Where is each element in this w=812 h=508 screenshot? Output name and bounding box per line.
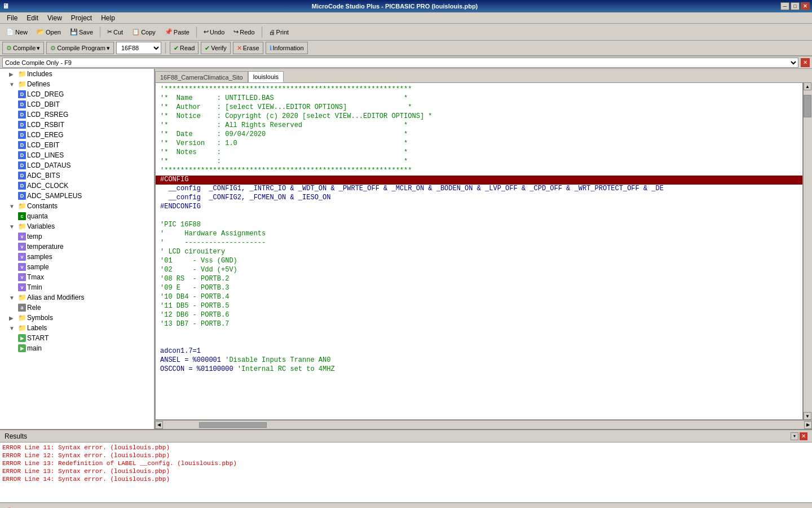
tree-label-tmin: Tmin: [27, 283, 42, 291]
scroll-down-button[interactable]: ▼: [804, 412, 811, 420]
menu-project[interactable]: Project: [67, 13, 96, 23]
results-close-button[interactable]: ✕: [800, 432, 807, 440]
tree-label-samples: samples: [27, 253, 52, 261]
badge-d-adc-clock: D: [18, 182, 26, 190]
compile-dropdown-arrow: ▾: [37, 45, 40, 52]
tree-item-adc-bits[interactable]: D ADC_BITS: [0, 170, 154, 181]
save-button[interactable]: 💾 Save: [66, 25, 97, 39]
print-icon: 🖨: [269, 29, 275, 36]
paste-button[interactable]: 📌 Paste: [161, 25, 193, 39]
read-icon: ✔: [174, 45, 179, 52]
tree-item-quanta[interactable]: c quanta: [0, 211, 154, 221]
code-line-2: '* Name : UNTITLED.BAS *: [156, 94, 802, 103]
panel-close-button[interactable]: ✕: [801, 58, 810, 67]
close-button[interactable]: ✕: [801, 2, 810, 10]
information-button[interactable]: ℹ Information: [266, 42, 308, 54]
compile-mode-select[interactable]: Code Compile Only - F9 Code Only Program…: [2, 58, 798, 68]
tree-item-adc-sampleus[interactable]: D ADC_SAMPLEUS: [0, 191, 154, 201]
tree-item-constants[interactable]: ▼ 📁 Constants: [0, 201, 154, 211]
menu-edit[interactable]: Edit: [22, 13, 43, 23]
tree-item-defines[interactable]: ▼ 📁 Defines: [0, 79, 154, 89]
tree-item-temp[interactable]: v temp: [0, 231, 154, 242]
tree-item-labels[interactable]: ▼ 📁 Labels: [0, 323, 154, 333]
editor-scrollbar[interactable]: ▲ ▼: [803, 82, 812, 420]
tree-label-tmax: Tmax: [27, 273, 44, 281]
tree-item-temperature[interactable]: v temperature: [0, 242, 154, 252]
tree-label-alias: Alias and Modifiers: [27, 294, 84, 301]
folder-icon-symbols: 📁: [18, 314, 27, 322]
code-line-10: '***************************************…: [156, 167, 802, 176]
code-line-5: '* : All Rights Reserved *: [156, 121, 802, 130]
folder-icon-constants: 📁: [18, 202, 27, 210]
tree-item-lcd-dreg[interactable]: D LCD_DREG: [0, 89, 154, 99]
redo-button[interactable]: ↪ Redo: [230, 25, 258, 39]
compile-button[interactable]: ⚙ Compile ▾: [2, 42, 44, 54]
badge-v-temp: v: [18, 233, 26, 240]
tree-item-start[interactable]: ▶ START: [0, 333, 154, 343]
code-editor[interactable]: '***************************************…: [155, 82, 803, 420]
results-dropdown[interactable]: ▾: [791, 432, 798, 440]
tree-item-lcd-dataus[interactable]: D LCD_DATAUS: [0, 160, 154, 170]
tree-item-rele[interactable]: a Rele: [0, 303, 154, 313]
code-line-12: __config _CONFIG1, _INTRC_IO & _WDT_ON &…: [156, 185, 802, 194]
copy-button[interactable]: 📋 Copy: [128, 25, 160, 39]
editor-area: 16F88_CameraClimatica_Sito louislouis '*…: [155, 69, 812, 429]
new-button[interactable]: 📄 New: [2, 25, 32, 39]
tree-item-lcd-ebit[interactable]: D LCD_EBIT: [0, 140, 154, 150]
badge-v-samples: v: [18, 253, 26, 261]
verify-button[interactable]: ✔ Verify: [201, 42, 231, 54]
code-line-17: ' Hardware Assignments: [156, 230, 802, 239]
badge-v-tmax: v: [18, 273, 26, 281]
error-line-2: ERROR Line 12: Syntax error. (louislouis…: [2, 452, 810, 459]
tab-16f88[interactable]: 16F88_CameraClimatica_Sito: [155, 71, 248, 82]
tree-item-lcd-rsreg[interactable]: D LCD_RSREG: [0, 110, 154, 120]
tree-item-sample[interactable]: v sample: [0, 262, 154, 272]
tree-item-tmin[interactable]: v Tmin: [0, 282, 154, 292]
tree-item-lcd-ereg[interactable]: D LCD_EREG: [0, 130, 154, 140]
chip-selector[interactable]: 16F88 16F876A 18F452: [116, 42, 161, 54]
tree-item-lcd-rsbit[interactable]: D LCD_RSBIT: [0, 120, 154, 130]
badge-d-adc-sampleus: D: [18, 192, 26, 200]
badge-d-lcd-lines: D: [18, 151, 26, 159]
code-line-25: '11 DB5 - PORTB.5: [156, 302, 802, 311]
menu-file[interactable]: File: [2, 13, 22, 23]
tree-item-samples[interactable]: v samples: [0, 252, 154, 262]
undo-button[interactable]: ↩ Undo: [200, 25, 228, 39]
print-button[interactable]: 🖨 Print: [265, 25, 293, 39]
erase-button[interactable]: ✕ Erase: [233, 42, 263, 54]
tree-item-alias[interactable]: ▼ 📁 Alias and Modifiers: [0, 292, 154, 303]
scroll-up-button[interactable]: ▲: [804, 82, 811, 90]
tree-label-lcd-dreg: LCD_DREG: [27, 90, 64, 98]
copy-icon: 📋: [132, 28, 140, 36]
open-button[interactable]: 📂 Open: [33, 25, 65, 39]
tree-item-lcd-lines[interactable]: D LCD_LINES: [0, 150, 154, 160]
tree-item-main[interactable]: ▶ main: [0, 343, 154, 353]
code-line-20: '01 - Vss (GND): [156, 257, 802, 266]
maximize-button[interactable]: □: [791, 2, 800, 10]
read-button[interactable]: ✔ Read: [170, 42, 198, 54]
separator4: [165, 42, 166, 54]
tree-item-lcd-dbit[interactable]: D LCD_DBIT: [0, 99, 154, 110]
tree-item-symbols[interactable]: ▶ 📁 Symbols: [0, 313, 154, 323]
menu-help[interactable]: Help: [96, 13, 120, 23]
results-title: Results: [5, 432, 27, 440]
tree-item-includes[interactable]: ▶ 📁 Includes: [0, 69, 154, 79]
hscroll-thumb[interactable]: [199, 422, 267, 428]
code-line-1: '***************************************…: [156, 85, 802, 94]
menu-view[interactable]: View: [43, 13, 67, 23]
tab-louislouis[interactable]: louislouis: [248, 71, 284, 82]
cut-button[interactable]: ✂ Cut: [103, 25, 127, 39]
new-icon: 📄: [6, 28, 14, 36]
expand-icon-symbols: ▶: [9, 315, 18, 321]
scroll-thumb[interactable]: [804, 95, 811, 117]
tree-item-tmax[interactable]: v Tmax: [0, 272, 154, 282]
title-bar-text: MicroCode Studio Plus - PICBASIC PRO (lo…: [312, 3, 478, 10]
tree-item-adc-clock[interactable]: D ADC_CLOCK: [0, 181, 154, 191]
tree-item-variables[interactable]: ▼ 📁 Variables: [0, 221, 154, 231]
minimize-button[interactable]: ─: [780, 2, 789, 10]
scroll-right-button[interactable]: ▶: [804, 421, 812, 429]
compile-program-button[interactable]: ⚙ Compile Program ▾: [46, 42, 114, 54]
separator2: [196, 27, 197, 38]
badge-d-lcd-ereg: D: [18, 131, 26, 139]
scroll-left-button[interactable]: ◀: [155, 421, 163, 429]
